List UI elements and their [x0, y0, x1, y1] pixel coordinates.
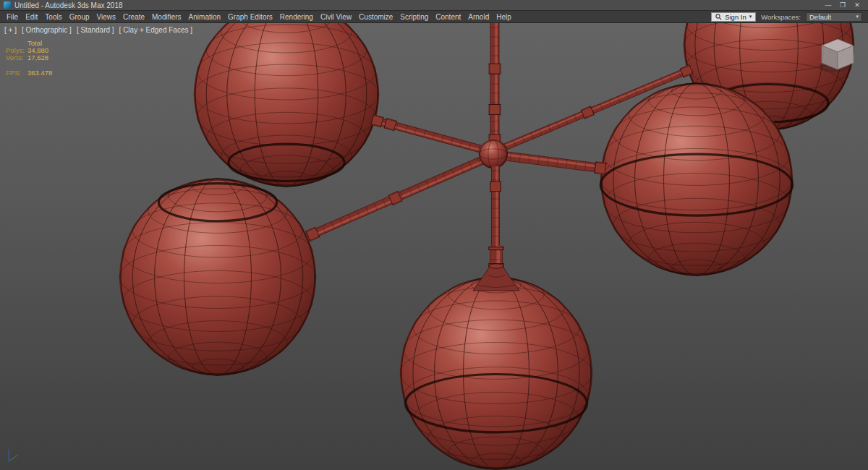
hub-joint: [479, 140, 508, 168]
menu-item-create[interactable]: Create: [119, 12, 148, 22]
menu-item-graph-editors[interactable]: Graph Editors: [224, 12, 276, 22]
statistics-overlay: Total Polys: 34,880 Verts: 17,628 FPS: 3…: [6, 40, 52, 77]
workspace-caret-icon: ▾: [856, 14, 859, 20]
menu-item-customize[interactable]: Customize: [355, 12, 396, 22]
menu-item-group[interactable]: Group: [66, 12, 93, 22]
app-window: Untitled - Autodesk 3ds Max 2018 — ❐ ✕ F…: [0, 0, 868, 470]
sphere: [119, 179, 316, 375]
menu-item-edit[interactable]: Edit: [22, 12, 41, 22]
viewcube[interactable]: [816, 33, 859, 77]
app-icon: [4, 1, 11, 9]
menu-item-file[interactable]: File: [3, 12, 22, 22]
viewport-label-segment-1[interactable]: [ Orthographic ]: [22, 26, 72, 34]
minimize-button[interactable]: —: [821, 0, 835, 11]
menu-item-animation[interactable]: Animation: [185, 12, 224, 22]
rod: [506, 153, 606, 175]
rod: [371, 114, 483, 152]
axis-x-icon: [9, 461, 24, 464]
menu-item-tools[interactable]: Tools: [41, 12, 65, 22]
viewport-label-segment-2[interactable]: [ Standard ]: [77, 26, 114, 34]
viewport[interactable]: [ + ][ Orthographic ][ Standard ][ Clay …: [0, 23, 868, 470]
menu-item-arnold[interactable]: Arnold: [464, 12, 493, 22]
menu-bar-items: FileEditToolsGroupViewsCreateModifiersAn…: [3, 12, 515, 22]
viewport-label-segment-0[interactable]: [ + ]: [4, 26, 17, 34]
menu-item-scripting[interactable]: Scripting: [396, 12, 432, 22]
stats-verts-value: 17,628: [27, 54, 48, 61]
menu-item-civil-view[interactable]: Civil View: [317, 12, 355, 22]
rod: [489, 23, 501, 145]
world-axis-gizmo: [2, 444, 28, 469]
close-button[interactable]: ✕: [850, 0, 864, 11]
window-title: Untitled - Autodesk 3ds Max 2018: [14, 1, 123, 9]
axis-y-icon: [9, 455, 18, 461]
sign-in-button[interactable]: Sign In ▾: [711, 12, 756, 22]
sphere: [600, 83, 793, 275]
title-bar: Untitled - Autodesk 3ds Max 2018 — ❐ ✕: [0, 0, 868, 11]
sign-in-caret-icon: ▾: [749, 14, 752, 20]
restore-button[interactable]: ❐: [835, 0, 850, 11]
menu-bar-right: Sign In ▾ Workspaces: Default ▾: [711, 12, 868, 22]
workspaces-label: Workspaces:: [761, 13, 801, 21]
search-icon: [715, 14, 722, 20]
viewport-label-segment-3[interactable]: [ Clay + Edged Faces ]: [119, 26, 192, 34]
stats-verts-label: Verts:: [6, 54, 27, 61]
viewport-label: [ + ][ Orthographic ][ Standard ][ Clay …: [4, 26, 192, 34]
workspace-dropdown[interactable]: Default ▾: [806, 12, 862, 22]
menu-item-views[interactable]: Views: [93, 12, 120, 22]
menu-bar: FileEditToolsGroupViewsCreateModifiersAn…: [0, 11, 868, 23]
sphere: [400, 277, 592, 469]
sign-in-label: Sign In: [725, 13, 746, 21]
rod: [490, 166, 501, 247]
stats-verts-row: Verts: 17,628: [6, 54, 52, 61]
sphere: [194, 23, 379, 187]
viewport-canvas[interactable]: [0, 23, 868, 470]
menu-item-content[interactable]: Content: [432, 12, 464, 22]
stats-fps-row: FPS: 363.478: [6, 69, 52, 77]
menu-item-rendering[interactable]: Rendering: [276, 12, 317, 22]
stats-fps-value: 363.478: [27, 69, 52, 77]
stats-fps-label: FPS:: [6, 69, 27, 77]
menu-item-help[interactable]: Help: [493, 12, 515, 22]
workspace-value: Default: [809, 13, 831, 21]
window-controls: — ❐ ✕: [821, 0, 864, 11]
menu-item-modifiers[interactable]: Modifiers: [148, 12, 185, 22]
